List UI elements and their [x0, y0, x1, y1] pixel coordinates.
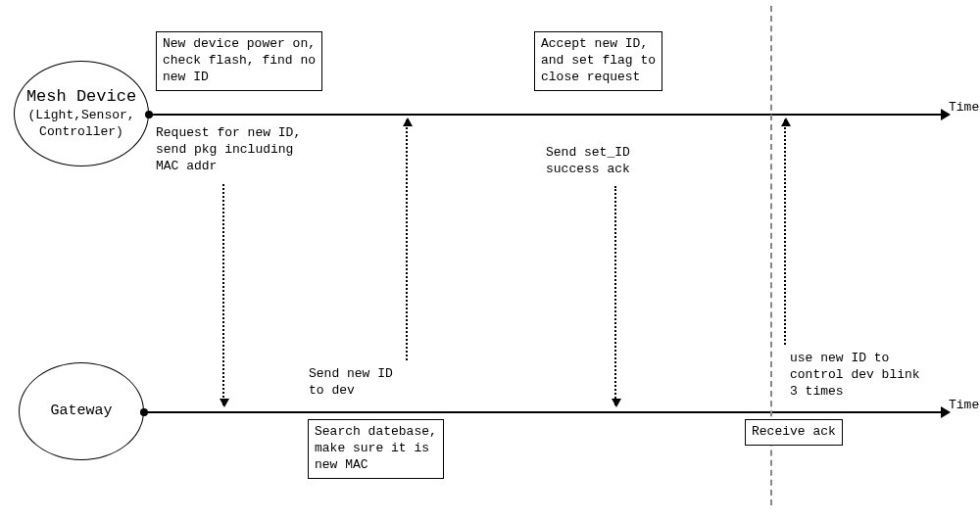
- gateway-title: Gateway: [50, 402, 112, 421]
- box-receive-ack: Receive ack: [745, 419, 843, 446]
- label-send-new-id: Send new ID to dev: [309, 366, 393, 400]
- arrow-request: [222, 184, 224, 405]
- label-send-ack: Send set_ID success ack: [546, 145, 630, 178]
- arrow-use-new-id: [784, 119, 786, 345]
- mesh-device-node: Mesh Device (Light,Sensor, Controller): [14, 61, 149, 166]
- gateway-time-label: Time: [949, 398, 979, 412]
- box-search-db: Search datebase, make sure it is new MAC: [308, 419, 444, 479]
- label-use-new-id: use new ID to control dev blink 3 times: [790, 351, 920, 401]
- arrow-send-ack: [614, 186, 616, 405]
- arrow-send-new-id: [406, 119, 408, 360]
- gateway-timeline: [144, 411, 943, 413]
- arrow-head-icon: [403, 118, 413, 126]
- mesh-time-label: Time: [949, 100, 979, 115]
- arrow-head-icon: [781, 118, 791, 126]
- arrow-head-icon: [220, 399, 229, 407]
- gateway-node: Gateway: [19, 362, 144, 460]
- box-accept-id: Accept new ID, and set flag to close req…: [534, 31, 662, 91]
- mesh-timeline: [149, 114, 943, 116]
- mesh-device-title: Mesh Device: [26, 86, 136, 108]
- label-request: Request for new ID, send pkg including M…: [156, 125, 301, 175]
- arrow-head-icon: [612, 399, 621, 407]
- mesh-device-subtitle: (Light,Sensor, Controller): [26, 108, 136, 141]
- box-power-on: New device power on, check flash, find n…: [156, 31, 322, 91]
